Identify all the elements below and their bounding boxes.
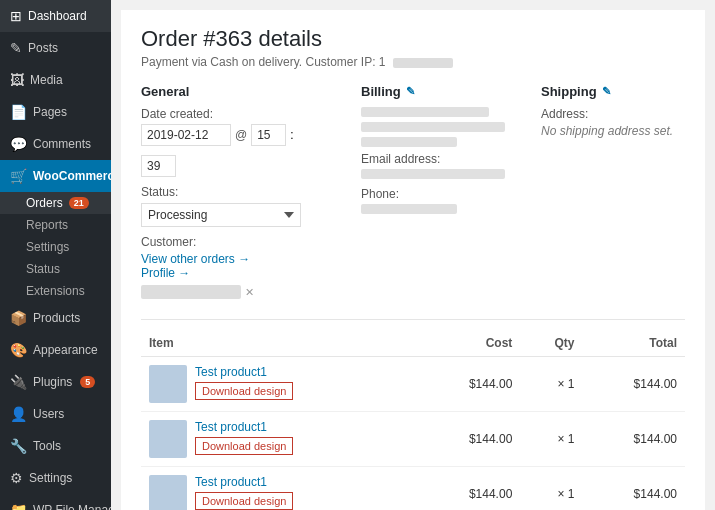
plugins-badge: 5: [80, 376, 95, 388]
hour-input[interactable]: [251, 124, 286, 146]
item-qty: × 1: [520, 357, 582, 412]
billing-email-value: [361, 169, 505, 179]
shipping-no-address: No shipping address set.: [541, 124, 685, 138]
comments-icon: 💬: [10, 136, 27, 152]
page-subtitle: Payment via Cash on delivery. Customer I…: [141, 55, 685, 69]
general-heading: General: [141, 84, 341, 99]
download-design-button[interactable]: Download design: [195, 492, 293, 510]
sidebar-item-reports[interactable]: Reports: [0, 214, 111, 236]
sidebar-item-label: Comments: [33, 137, 91, 151]
profile-link[interactable]: Profile →: [141, 266, 190, 280]
item-cell: Test product1 Download design: [141, 357, 418, 412]
sidebar-item-label: Users: [33, 407, 64, 421]
sidebar-item-woocommerce[interactable]: 🛒 WooCommerce: [0, 160, 111, 192]
download-design-button[interactable]: Download design: [195, 437, 293, 455]
profile-link-row: Profile →: [141, 266, 341, 280]
sidebar-item-extensions[interactable]: Extensions: [0, 280, 111, 302]
item-thumbnail: [149, 420, 187, 458]
products-icon: 📦: [10, 310, 27, 326]
table-row: Test product1 Download design $144.00 × …: [141, 467, 685, 511]
wpfilemanager-icon: 📁: [10, 502, 27, 510]
billing-line-1: [361, 107, 489, 117]
download-design-button[interactable]: Download design: [195, 382, 293, 400]
item-name[interactable]: Test product1: [195, 365, 410, 379]
sidebar-item-label: Plugins: [33, 375, 72, 389]
sidebar-item-pages[interactable]: 📄 Pages: [0, 96, 111, 128]
item-info: Test product1 Download design: [195, 420, 410, 455]
section-general: General Date created: @ : Status: Proces…: [141, 84, 341, 299]
col-cost: Cost: [418, 330, 521, 357]
sidebar-item-appearance[interactable]: 🎨 Appearance: [0, 334, 111, 366]
billing-line-2: [361, 122, 505, 132]
sidebar-item-status[interactable]: Status: [0, 258, 111, 280]
customer-input-row: ✕: [141, 285, 341, 299]
item-cost: $144.00: [418, 357, 521, 412]
sidebar-item-media[interactable]: 🖼 Media: [0, 64, 111, 96]
view-other-orders-link[interactable]: View other orders →: [141, 252, 250, 266]
section-divider: [141, 319, 685, 320]
item-qty: × 1: [520, 412, 582, 467]
table-row: Test product1 Download design $144.00 × …: [141, 357, 685, 412]
status-select[interactable]: Processing: [141, 203, 301, 227]
shipping-heading: Shipping ✎: [541, 84, 685, 99]
items-table-body: Test product1 Download design $144.00 × …: [141, 357, 685, 511]
customer-label: Customer:: [141, 235, 341, 249]
content-area: Order #363 details Payment via Cash on d…: [121, 10, 705, 510]
sidebar-item-settings[interactable]: ⚙ Settings: [0, 462, 111, 494]
sidebar-item-label: Tools: [33, 439, 61, 453]
item-cell: Test product1 Download design: [141, 412, 418, 467]
woocommerce-icon: 🛒: [10, 168, 27, 184]
phone-label: Phone:: [361, 187, 521, 201]
item-thumbnail: [149, 365, 187, 403]
sidebar-item-orders[interactable]: Orders 21: [0, 192, 111, 214]
main-content: Order #363 details Payment via Cash on d…: [111, 0, 715, 510]
sidebar-item-dashboard[interactable]: ⊞ Dashboard: [0, 0, 111, 32]
reports-label: Reports: [26, 218, 68, 232]
users-icon: 👤: [10, 406, 27, 422]
colon: :: [290, 128, 293, 142]
item-qty: × 1: [520, 467, 582, 511]
item-total: $144.00: [582, 357, 685, 412]
status-label: Status:: [141, 185, 341, 199]
tools-icon: 🔧: [10, 438, 27, 454]
at-symbol: @: [235, 128, 247, 142]
item-name[interactable]: Test product1: [195, 475, 410, 489]
date-input[interactable]: [141, 124, 231, 146]
col-qty: Qty: [520, 330, 582, 357]
sidebar-item-products[interactable]: 📦 Products: [0, 302, 111, 334]
billing-line-3: [361, 137, 457, 147]
items-table-header-row: Item Cost Qty Total: [141, 330, 685, 357]
sidebar-item-label: Settings: [29, 471, 72, 485]
sidebar-item-wpfilemanager[interactable]: 📁 WP File Manager: [0, 494, 111, 510]
sidebar-item-label: Pages: [33, 105, 67, 119]
billing-edit-icon[interactable]: ✎: [406, 85, 415, 98]
sidebar: ⊞ Dashboard ✎ Posts 🖼 Media 📄 Pages 💬 Co…: [0, 0, 111, 510]
sidebar-item-settings-wc[interactable]: Settings: [0, 236, 111, 258]
order-sections: General Date created: @ : Status: Proces…: [141, 84, 685, 299]
item-info: Test product1 Download design: [195, 365, 410, 400]
item-name[interactable]: Test product1: [195, 420, 410, 434]
sidebar-item-posts[interactable]: ✎ Posts: [0, 32, 111, 64]
item-total: $144.00: [582, 412, 685, 467]
section-shipping: Shipping ✎ Address: No shipping address …: [541, 84, 685, 299]
minute-input[interactable]: [141, 155, 176, 177]
sidebar-item-tools[interactable]: 🔧 Tools: [0, 430, 111, 462]
posts-icon: ✎: [10, 40, 22, 56]
customer-blurred: [141, 285, 241, 299]
shipping-edit-icon[interactable]: ✎: [602, 85, 611, 98]
sidebar-item-users[interactable]: 👤 Users: [0, 398, 111, 430]
status-label: Status: [26, 262, 60, 276]
sidebar-item-comments[interactable]: 💬 Comments: [0, 128, 111, 160]
sidebar-item-label: Dashboard: [28, 9, 87, 23]
settings-icon: ⚙: [10, 470, 23, 486]
orders-badge: 21: [69, 197, 89, 209]
sidebar-item-label: Products: [33, 311, 80, 325]
pages-icon: 📄: [10, 104, 27, 120]
sidebar-item-label: WP File Manager: [33, 503, 111, 510]
item-cell: Test product1 Download design: [141, 467, 418, 511]
sidebar-item-plugins[interactable]: 🔌 Plugins 5: [0, 366, 111, 398]
email-label: Email address:: [361, 152, 521, 166]
customer-clear-button[interactable]: ✕: [245, 286, 254, 299]
item-cost: $144.00: [418, 412, 521, 467]
ip-blurred: [393, 58, 453, 68]
